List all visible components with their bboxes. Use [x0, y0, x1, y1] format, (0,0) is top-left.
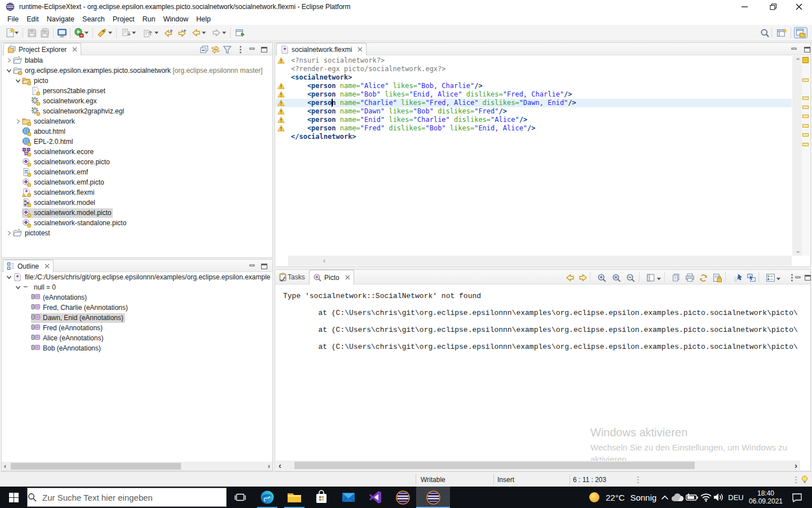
chevron-right-icon[interactable]: [14, 117, 22, 125]
weather-icon[interactable]: [588, 487, 601, 508]
project-item-about-html[interactable]: about.html: [2, 126, 67, 137]
tab-picto[interactable]: Picto: [309, 270, 354, 284]
scrollbar-thumb[interactable]: [294, 462, 695, 469]
tray-language[interactable]: DEU: [726, 487, 745, 508]
taskbar-clock[interactable]: 18:40 06.09.2021: [745, 489, 786, 505]
pointer-box-icon[interactable]: [745, 272, 757, 283]
code-line-8[interactable]: <person name="Enid" likes="Charlie" disl…: [276, 116, 792, 124]
editor-hscrollbar[interactable]: ‹: [288, 256, 792, 266]
fwd-gold-icon[interactable]: [577, 272, 589, 283]
new-wizard-icon[interactable]: [5, 27, 16, 38]
minimize-icon[interactable]: [789, 45, 799, 54]
taskbar-eclipse-2[interactable]: [416, 487, 450, 508]
restore-button[interactable]: [760, 0, 786, 14]
warning-marker[interactable]: [802, 78, 809, 82]
project-item-epl-2-0-html[interactable]: EPL-2.0.html: [2, 137, 74, 147]
warning-icon[interactable]: [277, 91, 285, 98]
menu-file[interactable]: File: [3, 14, 23, 24]
warning-icon[interactable]: [277, 57, 285, 64]
lock-icon[interactable]: [712, 272, 723, 283]
project-item-picto[interactable]: picto: [2, 76, 50, 86]
save-all-icon[interactable]: [39, 27, 51, 38]
resource-perspective-icon[interactable]: [794, 27, 807, 38]
action-center-icon[interactable]: [787, 487, 806, 508]
menu-project[interactable]: Project: [109, 14, 139, 24]
maximize-icon[interactable]: [259, 45, 269, 54]
menu-window[interactable]: Window: [160, 14, 192, 24]
taskbar-eclipse-1[interactable]: [389, 487, 416, 508]
outline-item-alice-eannotations[interactable]: Alice (eAnnotations): [2, 333, 105, 343]
next-annotation-icon[interactable]: [121, 27, 132, 38]
battery-icon[interactable]: [685, 487, 699, 508]
code-line-6[interactable]: <person name="Charlie" likes="Fred, Alic…: [276, 99, 792, 107]
minimize-icon[interactable]: [247, 261, 257, 271]
zoom-100-icon[interactable]: [611, 272, 622, 283]
dropdown-caret-icon[interactable]: [85, 32, 89, 34]
layout-icon[interactable]: [645, 272, 656, 283]
warning-icon[interactable]: [277, 99, 285, 106]
dropdown-caret-icon[interactable]: [108, 32, 112, 34]
outline-item-bob-eannotations[interactable]: Bob (eAnnotations): [2, 343, 103, 353]
project-item-pictotest[interactable]: pictotest: [2, 228, 52, 238]
warning-marker[interactable]: [802, 124, 809, 128]
start-button[interactable]: [0, 487, 27, 508]
console-hscrollbar[interactable]: ‹ ›: [276, 461, 800, 470]
project-item-persons2table-pinset[interactable]: persons2table.pinset: [2, 86, 107, 96]
project-item-socialnetwork-emf-picto[interactable]: socialnetwork.emf.picto: [2, 177, 106, 187]
back-gold-icon[interactable]: [564, 272, 576, 283]
code-line-2[interactable]: <?render-egx picto/socialnetwork.egx?>: [276, 65, 792, 73]
project-item-socialnetwork-ecore-picto[interactable]: socialnetwork.ecore.picto: [2, 157, 112, 167]
tray-temperature[interactable]: 22°C: [602, 487, 628, 508]
editor-content[interactable]: <?nsuri socialnetwork?><?render-egx pict…: [276, 56, 792, 256]
code-line-9[interactable]: <person name="Fred" dislikes="Bob" likes…: [276, 124, 792, 133]
code-line-4[interactable]: <person name="Alice" likes="Bob, Charlie…: [276, 82, 792, 90]
list-view-icon[interactable]: [765, 272, 776, 283]
zoom-in-icon[interactable]: [596, 272, 607, 283]
taskbar-task-view[interactable]: [227, 487, 254, 508]
pointer-icon[interactable]: [732, 272, 743, 283]
chevron-down-icon[interactable]: [5, 67, 13, 75]
code-line-10[interactable]: </socialnetwork>: [276, 133, 792, 141]
maximize-icon[interactable]: [802, 272, 812, 283]
project-item-socialnetwork-model[interactable]: socialnetwork.model: [2, 198, 97, 208]
taskbar-microsoft-store[interactable]: [308, 487, 335, 508]
console-icon[interactable]: [56, 27, 68, 38]
code-line-3[interactable]: <socialnetwork>: [276, 73, 792, 82]
warning-marker[interactable]: [802, 115, 809, 118]
outline-item-dawn-enid-eannotations[interactable]: Dawn, Enid (eAnnotations): [2, 313, 125, 323]
outline-hscrollbar[interactable]: ‹ ›: [2, 462, 272, 471]
open-perspective-icon[interactable]: [776, 27, 787, 38]
warning-marker[interactable]: [802, 133, 809, 137]
copy-icon[interactable]: [670, 272, 682, 283]
dropdown-caret-icon[interactable]: [202, 32, 206, 34]
warning-marker[interactable]: [802, 143, 809, 146]
warning-marker[interactable]: [802, 106, 809, 109]
warning-icon[interactable]: [277, 82, 285, 89]
project-item-socialnetwork-egx[interactable]: socialnetwork.egx: [2, 96, 98, 106]
chevron-down-icon[interactable]: [5, 273, 13, 281]
code-line-1[interactable]: <?nsuri socialnetwork?>: [276, 56, 792, 65]
refresh-icon[interactable]: [698, 272, 709, 283]
tray-weather-text[interactable]: Sonnig: [627, 487, 660, 508]
save-icon[interactable]: [26, 27, 37, 38]
project-item-socialnetwork-emf[interactable]: socialnetwork.emf: [2, 167, 90, 177]
chevron-down-icon[interactable]: [14, 77, 22, 85]
back-gold-icon[interactable]: [191, 27, 202, 38]
show-hidden-icons-icon[interactable]: [659, 487, 671, 508]
taskbar-file-explorer[interactable]: [281, 487, 308, 508]
annotation-overview-icon[interactable]: [802, 57, 809, 63]
project-item-socialnetwork-model-picto[interactable]: socialnetwork.model.picto: [2, 208, 113, 218]
warning-icon[interactable]: [277, 116, 285, 123]
warning-icon[interactable]: [277, 125, 285, 132]
chevron-down-icon[interactable]: [14, 283, 22, 291]
dropdown-caret-icon[interactable]: [15, 32, 19, 34]
maximize-icon[interactable]: [802, 45, 812, 54]
view-menu-icon[interactable]: [235, 45, 245, 54]
volume-icon[interactable]: [712, 487, 726, 508]
project-item-socialnetwork-standalone-picto[interactable]: socialnetwork-standalone.picto: [2, 218, 128, 228]
fwd-gray-icon[interactable]: [211, 27, 222, 38]
warning-marker[interactable]: [802, 97, 809, 100]
taskbar-visual-studio[interactable]: [362, 487, 389, 508]
magnifier-icon[interactable]: [759, 27, 770, 38]
menu-search[interactable]: Search: [78, 14, 109, 24]
